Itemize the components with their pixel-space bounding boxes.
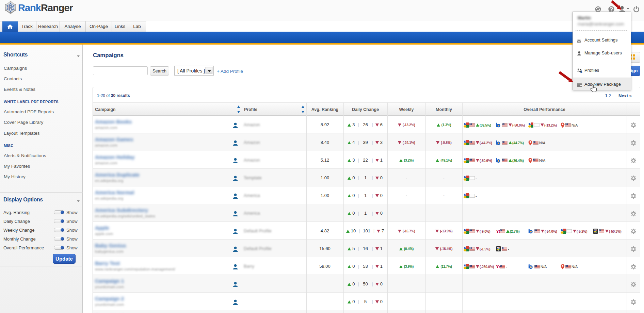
svg-text:R: R: [9, 4, 13, 11]
